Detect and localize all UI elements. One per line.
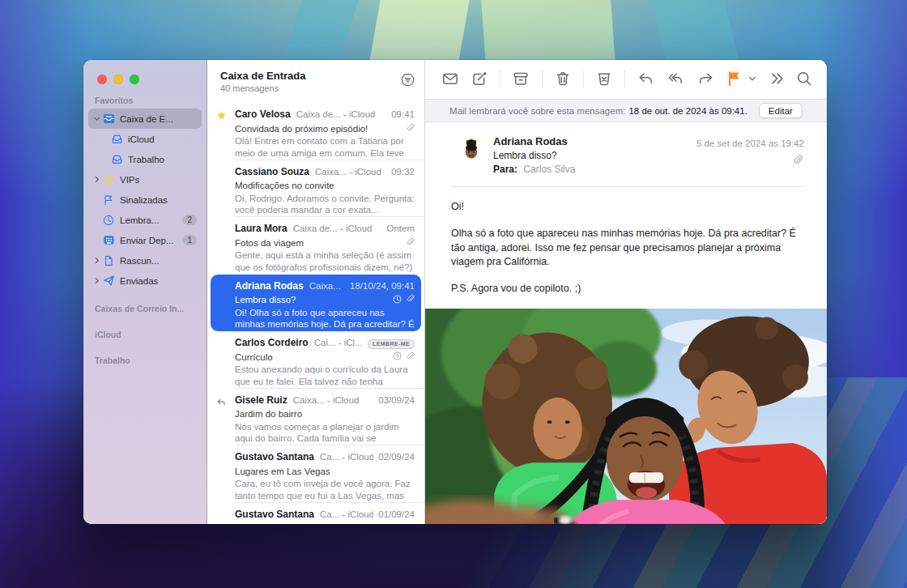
mailbox-title: Caixa de Entrada: [220, 70, 306, 82]
toolbar-separator: [542, 70, 543, 88]
chevron-right-icon[interactable]: [92, 277, 101, 284]
message-row-laura-mora[interactable]: Laura Mora Caixa de... - iCloudOntem Fot…: [207, 217, 424, 275]
sidebar-item-drafts[interactable]: Rascun...: [88, 250, 202, 271]
row-mailbox: Caixa...: [309, 281, 341, 291]
tray-icon: [109, 153, 124, 165]
archive-button[interactable]: [512, 70, 530, 88]
message-list-pane: Caixa de Entrada 40 mensagens Caro Velos…: [207, 60, 425, 524]
sidebar-section-caixas-de-correio-in: Caixas de Correio In...: [83, 304, 207, 317]
reminder-clock-icon: [393, 295, 402, 305]
body-paragraph: Oi!: [451, 200, 801, 215]
message-row-gustavo-santana[interactable]: Gustavo Santana Ca... - iCloud01/09/24: [207, 503, 424, 525]
junk-button[interactable]: [595, 70, 613, 88]
toolbar: [425, 60, 827, 99]
close-window-button[interactable]: [97, 75, 107, 84]
row-time: 09:41: [386, 109, 415, 119]
message-row-gustavo-santana[interactable]: Gustavo Santana Ca... - iCloud02/09/24 L…: [207, 445, 424, 503]
sidebar: FavoritosCaixa de E...iCloudTrabalhoVIPs…: [83, 60, 207, 524]
row-mailbox: Cai... - iCl...: [314, 338, 363, 347]
sidebar-item-inbox[interactable]: Caixa de E...: [88, 109, 202, 129]
filter-icon[interactable]: [401, 73, 415, 103]
attachment-paperclip-icon: [406, 237, 415, 249]
chevron-down-icon[interactable]: [747, 74, 757, 85]
reply-all-button[interactable]: [666, 70, 685, 88]
to-label: Para:: [493, 164, 517, 175]
sidebar-item-remind[interactable]: Lembra...2: [88, 210, 202, 230]
row-mailbox: Caixa de... - iCloud: [293, 224, 373, 233]
delete-icon: [554, 70, 572, 88]
message-recipient: Para: Carlos Silva: [493, 164, 804, 175]
delete-button[interactable]: [554, 70, 572, 88]
mail-window: FavoritosCaixa de E...iCloudTrabalhoVIPs…: [83, 60, 827, 524]
message-row-adriana-rodas[interactable]: Adriana Rodas Caixa...18/10/24, 09:41 Le…: [211, 275, 421, 332]
compose-button[interactable]: [471, 70, 488, 88]
unread-badge: 1: [182, 235, 197, 245]
sidebar-item-vips[interactable]: VIPs: [88, 169, 202, 190]
more-toolbar-items-button[interactable]: [769, 70, 785, 88]
draft-icon: [101, 255, 116, 266]
attachment-paperclip-icon: [406, 123, 415, 134]
clock-icon: [101, 215, 116, 226]
row-time: Ontem: [381, 224, 415, 233]
get-mail-button[interactable]: [441, 70, 459, 88]
mailbox-message-count: 40 mensagens: [220, 83, 306, 93]
starred-icon[interactable]: [216, 110, 227, 122]
message-row-gisele-ruiz[interactable]: Gisele Ruiz Caixa... - iCloud03/09/24 Ja…: [207, 389, 424, 446]
get-mail-icon: [441, 70, 459, 88]
sidebar-item-label: Lembra...: [120, 215, 160, 225]
reminder-clock-icon: [393, 352, 402, 362]
zoom-window-button[interactable]: [130, 75, 139, 84]
row-sender: Adriana Rodas: [235, 280, 304, 292]
sidebar-item-flagged[interactable]: Sinalizadas: [88, 190, 202, 210]
sidebar-item-label: Enviar Dep...: [120, 236, 173, 245]
tray-icon: [109, 133, 124, 145]
star-icon: [101, 173, 116, 185]
attachment-paperclip-icon[interactable]: [793, 155, 803, 167]
sidebar-item-icloud-inbox[interactable]: iCloud: [88, 129, 202, 149]
chevron-down-icon[interactable]: [92, 115, 101, 122]
row-preview: Oi, Rodrigo. Adoramos o convite. Pergunt…: [235, 193, 415, 216]
attachment-paperclip-icon: [406, 352, 415, 363]
row-subject: Currículo: [235, 352, 273, 362]
message-row-carlos-cordeiro[interactable]: Carlos Cordeiro Cai... - iCl...LEMBRE-ME…: [207, 331, 424, 389]
message-row-caro-velosa[interactable]: Caro Velosa Caixa de... - iCloud09:41 Co…: [207, 103, 424, 160]
sidebar-item-label: Sinalizadas: [120, 195, 168, 205]
replied-arrow-icon: [216, 398, 226, 409]
row-mailbox: Caixa de... - iCloud: [296, 109, 376, 119]
row-mailbox: Caixa... - iCloud: [293, 395, 360, 405]
compose-icon: [471, 70, 488, 88]
search-button[interactable]: [796, 70, 812, 88]
minimize-window-button[interactable]: [113, 75, 123, 84]
chevron-right-icon[interactable]: [92, 257, 101, 264]
message-row-cassiano-souza[interactable]: Cassiano Souza Caixa... - iCloud09:32 Mo…: [207, 160, 424, 218]
row-subject: Modificações no convite: [235, 181, 334, 190]
reply-button[interactable]: [637, 70, 654, 88]
photo-attachment[interactable]: [425, 309, 827, 524]
sidebar-section-favoritos: Favoritos: [83, 96, 207, 109]
attachment-paperclip-icon: [406, 294, 415, 305]
sidebar-item-trabalho-inbox[interactable]: Trabalho: [88, 149, 202, 169]
sidebar-item-label: iCloud: [128, 134, 155, 144]
remind-me-badge: LEMBRE-ME: [368, 339, 415, 349]
sidebar-item-label: Caixa de E...: [120, 114, 173, 124]
to-value[interactable]: Carlos Silva: [523, 164, 575, 175]
row-subject: Convidada do próximo episódio!: [235, 124, 368, 134]
row-subject: Lembra disso?: [235, 295, 296, 305]
sent-icon: [101, 275, 116, 287]
row-sender: Carlos Cordeiro: [235, 337, 309, 348]
sidebar-item-label: Enviadas: [120, 276, 158, 286]
chevron-right-icon[interactable]: [92, 176, 101, 183]
row-sender: Laura Mora: [235, 223, 287, 234]
reply-icon: [637, 70, 654, 88]
flag-button[interactable]: [726, 70, 757, 88]
message-body: Oi! Olha só a foto que apareceu nas minh…: [425, 187, 827, 309]
row-time: 18/10/24, 09:41: [345, 281, 415, 291]
row-preview: Cara, eu tô com inveja de você agora. Fa…: [235, 478, 415, 501]
sidebar-item-sent[interactable]: Enviadas: [88, 271, 202, 291]
forward-button[interactable]: [697, 70, 715, 88]
row-mailbox: Caixa... - iCloud: [315, 167, 381, 177]
edit-reminder-button[interactable]: Editar: [759, 103, 803, 118]
row-preview: Olá! Entrei em contato com a Tatiana por…: [235, 135, 415, 159]
sidebar-item-send-later[interactable]: Enviar Dep...1: [88, 230, 202, 250]
row-preview: Oi! Olha só a foto que apareceu nas minh…: [235, 307, 415, 330]
